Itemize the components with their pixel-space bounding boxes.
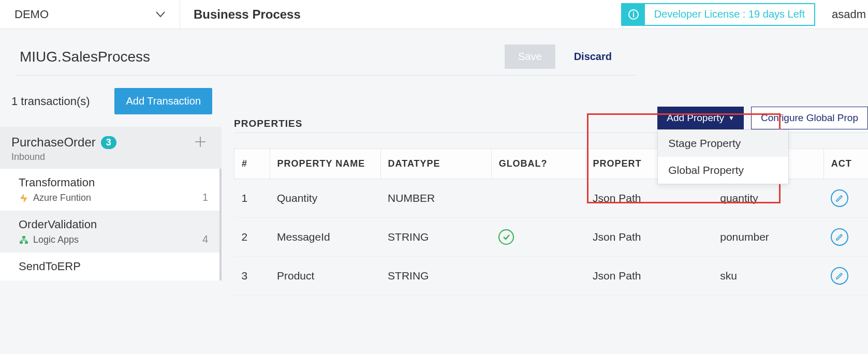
- properties-title: PROPERTIES: [234, 118, 302, 129]
- cell-proptype: Json Path: [585, 218, 713, 257]
- add-property-dropdown: Stage Property Global Property: [657, 129, 789, 184]
- col-global: GLOBAL?: [491, 149, 585, 179]
- transaction-name: PurchaseOrder: [11, 135, 96, 150]
- cell-index: 1: [234, 179, 270, 218]
- user-label[interactable]: asadm: [832, 8, 868, 21]
- stage-name: OrderValidation: [19, 218, 97, 231]
- main-panel: PROPERTIES Add Property ▼ Stage Property…: [222, 76, 868, 296]
- stage-count: 1: [202, 191, 208, 203]
- info-icon: [622, 4, 645, 25]
- col-index: #: [234, 149, 270, 179]
- cell-name: MessageId: [270, 218, 380, 257]
- cell-dtype: STRING: [380, 257, 491, 296]
- stage-sub: Azure Funtion: [33, 193, 91, 203]
- stage-sub: Logic Apps: [33, 234, 79, 245]
- cell-actions: [823, 218, 868, 257]
- table-row: 3 Product STRING Json Path sku: [234, 257, 869, 296]
- stage-item-sendtoerp[interactable]: SendToERP: [0, 253, 219, 281]
- env-name: DEMO: [14, 8, 49, 21]
- transaction-badge: 3: [101, 136, 116, 149]
- dropdown-item-global-property[interactable]: Global Property: [658, 157, 788, 184]
- plus-icon[interactable]: [190, 135, 210, 149]
- chevron-down-icon: [156, 11, 165, 18]
- sidebar: 1 transaction(s) Add Transaction Purchas…: [0, 76, 222, 296]
- cell-name: Quantity: [270, 179, 380, 218]
- stage-name: Transformation: [19, 176, 95, 189]
- svg-rect-3: [22, 236, 25, 239]
- page-subheader: MIUG.SalesProcess Save Discard: [3, 29, 638, 75]
- col-datatype: DATATYPE: [380, 149, 491, 179]
- cell-global: [491, 257, 585, 296]
- page-header-title: Business Process: [180, 7, 301, 22]
- cell-value: sku: [713, 257, 823, 296]
- add-property-button[interactable]: Add Property ▼: [657, 107, 744, 129]
- cell-dtype: STRING: [380, 218, 491, 257]
- license-badge[interactable]: Developer License : 19 days Left: [621, 3, 815, 26]
- add-transaction-button[interactable]: Add Transaction: [114, 88, 212, 114]
- cell-actions: [823, 257, 868, 296]
- cell-name: Product: [270, 257, 380, 296]
- transaction-count: 1 transaction(s): [11, 95, 90, 108]
- svg-rect-2: [633, 13, 634, 17]
- top-bar: DEMO Business Process Developer License …: [0, 0, 868, 29]
- table-row: 1 Quantity NUMBER Json Path quantity: [234, 179, 869, 218]
- svg-rect-5: [25, 241, 28, 244]
- stage-item-transformation[interactable]: Transformation Azure Funtion 1: [0, 169, 219, 211]
- env-selector[interactable]: DEMO: [0, 0, 180, 28]
- stage-list: Transformation Azure Funtion 1 OrderVali…: [0, 169, 222, 281]
- configure-global-properties-button[interactable]: Configure Global Prop: [751, 107, 868, 129]
- cell-global: [491, 218, 585, 257]
- caret-down-icon: ▼: [728, 114, 734, 122]
- edit-icon[interactable]: [831, 267, 848, 285]
- table-row: 2 MessageId STRING Json Path ponumber: [234, 218, 869, 257]
- cell-actions: [823, 179, 868, 218]
- license-text: Developer License : 19 days Left: [645, 8, 814, 20]
- cell-dtype: NUMBER: [380, 179, 491, 218]
- save-button[interactable]: Save: [505, 45, 555, 69]
- stage-item-ordervalidation[interactable]: OrderValidation Logic Apps 4: [0, 211, 219, 253]
- stage-name: SendToERP: [19, 260, 81, 273]
- edit-icon[interactable]: [831, 189, 848, 207]
- azure-function-icon: [19, 193, 29, 203]
- transaction-card[interactable]: PurchaseOrder 3 Inbound: [0, 127, 222, 169]
- add-property-label: Add Property: [667, 112, 724, 124]
- cell-proptype: Json Path: [585, 257, 713, 296]
- process-title: MIUG.SalesProcess: [20, 49, 150, 65]
- cell-proptype: Json Path: [585, 179, 713, 218]
- col-property-name: PROPERTY NAME: [270, 149, 380, 179]
- check-icon: [498, 229, 514, 245]
- discard-button[interactable]: Discard: [565, 45, 621, 69]
- cell-value: quantity: [713, 179, 823, 218]
- cell-index: 2: [234, 218, 270, 257]
- edit-icon[interactable]: [831, 228, 848, 246]
- cell-global: [491, 179, 585, 218]
- cell-index: 3: [234, 257, 270, 296]
- col-actions: ACT: [823, 149, 868, 179]
- transaction-direction: Inbound: [11, 152, 116, 163]
- cell-value: ponumber: [713, 218, 823, 257]
- svg-rect-4: [20, 241, 23, 244]
- dropdown-item-stage-property[interactable]: Stage Property: [658, 130, 788, 157]
- svg-point-1: [632, 11, 634, 12]
- stage-count: 4: [202, 233, 208, 245]
- logic-apps-icon: [19, 235, 29, 245]
